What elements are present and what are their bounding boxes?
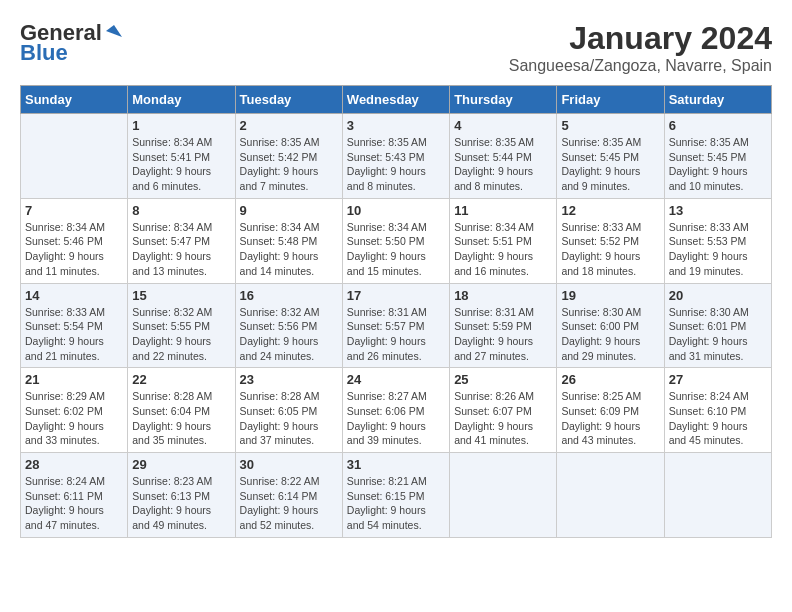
cell-content: Sunrise: 8:34 AM Sunset: 5:48 PM Dayligh… <box>240 220 338 279</box>
calendar-cell <box>450 453 557 538</box>
day-number: 8 <box>132 203 230 218</box>
calendar-cell: 3Sunrise: 8:35 AM Sunset: 5:43 PM Daylig… <box>342 114 449 199</box>
day-number: 11 <box>454 203 552 218</box>
cell-content: Sunrise: 8:25 AM Sunset: 6:09 PM Dayligh… <box>561 389 659 448</box>
calendar-cell <box>557 453 664 538</box>
day-number: 2 <box>240 118 338 133</box>
calendar-cell: 31Sunrise: 8:21 AM Sunset: 6:15 PM Dayli… <box>342 453 449 538</box>
cell-content: Sunrise: 8:35 AM Sunset: 5:44 PM Dayligh… <box>454 135 552 194</box>
day-number: 23 <box>240 372 338 387</box>
calendar-cell: 23Sunrise: 8:28 AM Sunset: 6:05 PM Dayli… <box>235 368 342 453</box>
day-number: 5 <box>561 118 659 133</box>
day-number: 15 <box>132 288 230 303</box>
location-title: Sangueesa/Zangoza, Navarre, Spain <box>509 57 772 75</box>
cell-content: Sunrise: 8:30 AM Sunset: 6:01 PM Dayligh… <box>669 305 767 364</box>
day-number: 7 <box>25 203 123 218</box>
day-number: 29 <box>132 457 230 472</box>
day-number: 27 <box>669 372 767 387</box>
calendar-cell: 20Sunrise: 8:30 AM Sunset: 6:01 PM Dayli… <box>664 283 771 368</box>
calendar-cell <box>664 453 771 538</box>
cell-content: Sunrise: 8:32 AM Sunset: 5:56 PM Dayligh… <box>240 305 338 364</box>
cell-content: Sunrise: 8:35 AM Sunset: 5:42 PM Dayligh… <box>240 135 338 194</box>
logo-blue-text: Blue <box>20 40 68 66</box>
week-row-4: 21Sunrise: 8:29 AM Sunset: 6:02 PM Dayli… <box>21 368 772 453</box>
calendar-cell: 27Sunrise: 8:24 AM Sunset: 6:10 PM Dayli… <box>664 368 771 453</box>
cell-content: Sunrise: 8:33 AM Sunset: 5:52 PM Dayligh… <box>561 220 659 279</box>
day-number: 26 <box>561 372 659 387</box>
calendar-cell: 26Sunrise: 8:25 AM Sunset: 6:09 PM Dayli… <box>557 368 664 453</box>
cell-content: Sunrise: 8:34 AM Sunset: 5:51 PM Dayligh… <box>454 220 552 279</box>
day-number: 12 <box>561 203 659 218</box>
header-monday: Monday <box>128 86 235 114</box>
cell-content: Sunrise: 8:34 AM Sunset: 5:41 PM Dayligh… <box>132 135 230 194</box>
cell-content: Sunrise: 8:28 AM Sunset: 6:05 PM Dayligh… <box>240 389 338 448</box>
calendar-cell: 16Sunrise: 8:32 AM Sunset: 5:56 PM Dayli… <box>235 283 342 368</box>
day-number: 18 <box>454 288 552 303</box>
header-thursday: Thursday <box>450 86 557 114</box>
header-sunday: Sunday <box>21 86 128 114</box>
cell-content: Sunrise: 8:30 AM Sunset: 6:00 PM Dayligh… <box>561 305 659 364</box>
day-number: 28 <box>25 457 123 472</box>
day-number: 9 <box>240 203 338 218</box>
calendar-cell: 13Sunrise: 8:33 AM Sunset: 5:53 PM Dayli… <box>664 198 771 283</box>
cell-content: Sunrise: 8:35 AM Sunset: 5:45 PM Dayligh… <box>561 135 659 194</box>
calendar-table: SundayMondayTuesdayWednesdayThursdayFrid… <box>20 85 772 538</box>
day-number: 17 <box>347 288 445 303</box>
day-number: 6 <box>669 118 767 133</box>
week-row-3: 14Sunrise: 8:33 AM Sunset: 5:54 PM Dayli… <box>21 283 772 368</box>
day-number: 31 <box>347 457 445 472</box>
calendar-cell: 18Sunrise: 8:31 AM Sunset: 5:59 PM Dayli… <box>450 283 557 368</box>
day-number: 25 <box>454 372 552 387</box>
cell-content: Sunrise: 8:29 AM Sunset: 6:02 PM Dayligh… <box>25 389 123 448</box>
calendar-cell: 19Sunrise: 8:30 AM Sunset: 6:00 PM Dayli… <box>557 283 664 368</box>
calendar-cell: 21Sunrise: 8:29 AM Sunset: 6:02 PM Dayli… <box>21 368 128 453</box>
day-number: 1 <box>132 118 230 133</box>
calendar-cell: 14Sunrise: 8:33 AM Sunset: 5:54 PM Dayli… <box>21 283 128 368</box>
header-friday: Friday <box>557 86 664 114</box>
day-number: 10 <box>347 203 445 218</box>
day-number: 21 <box>25 372 123 387</box>
calendar-cell: 9Sunrise: 8:34 AM Sunset: 5:48 PM Daylig… <box>235 198 342 283</box>
calendar-cell: 2Sunrise: 8:35 AM Sunset: 5:42 PM Daylig… <box>235 114 342 199</box>
calendar-cell: 30Sunrise: 8:22 AM Sunset: 6:14 PM Dayli… <box>235 453 342 538</box>
day-number: 13 <box>669 203 767 218</box>
calendar-cell: 22Sunrise: 8:28 AM Sunset: 6:04 PM Dayli… <box>128 368 235 453</box>
calendar-cell: 8Sunrise: 8:34 AM Sunset: 5:47 PM Daylig… <box>128 198 235 283</box>
cell-content: Sunrise: 8:27 AM Sunset: 6:06 PM Dayligh… <box>347 389 445 448</box>
day-number: 14 <box>25 288 123 303</box>
cell-content: Sunrise: 8:32 AM Sunset: 5:55 PM Dayligh… <box>132 305 230 364</box>
day-number: 19 <box>561 288 659 303</box>
cell-content: Sunrise: 8:34 AM Sunset: 5:47 PM Dayligh… <box>132 220 230 279</box>
calendar-cell: 4Sunrise: 8:35 AM Sunset: 5:44 PM Daylig… <box>450 114 557 199</box>
header-saturday: Saturday <box>664 86 771 114</box>
calendar-cell: 28Sunrise: 8:24 AM Sunset: 6:11 PM Dayli… <box>21 453 128 538</box>
svg-marker-0 <box>106 25 122 37</box>
cell-content: Sunrise: 8:34 AM Sunset: 5:46 PM Dayligh… <box>25 220 123 279</box>
calendar-cell: 12Sunrise: 8:33 AM Sunset: 5:52 PM Dayli… <box>557 198 664 283</box>
header-tuesday: Tuesday <box>235 86 342 114</box>
cell-content: Sunrise: 8:22 AM Sunset: 6:14 PM Dayligh… <box>240 474 338 533</box>
title-area: January 2024 Sangueesa/Zangoza, Navarre,… <box>509 20 772 75</box>
day-number: 4 <box>454 118 552 133</box>
week-row-2: 7Sunrise: 8:34 AM Sunset: 5:46 PM Daylig… <box>21 198 772 283</box>
calendar-cell: 7Sunrise: 8:34 AM Sunset: 5:46 PM Daylig… <box>21 198 128 283</box>
day-number: 3 <box>347 118 445 133</box>
calendar-cell: 25Sunrise: 8:26 AM Sunset: 6:07 PM Dayli… <box>450 368 557 453</box>
cell-content: Sunrise: 8:23 AM Sunset: 6:13 PM Dayligh… <box>132 474 230 533</box>
cell-content: Sunrise: 8:35 AM Sunset: 5:43 PM Dayligh… <box>347 135 445 194</box>
cell-content: Sunrise: 8:34 AM Sunset: 5:50 PM Dayligh… <box>347 220 445 279</box>
calendar-cell: 24Sunrise: 8:27 AM Sunset: 6:06 PM Dayli… <box>342 368 449 453</box>
calendar-cell: 15Sunrise: 8:32 AM Sunset: 5:55 PM Dayli… <box>128 283 235 368</box>
cell-content: Sunrise: 8:28 AM Sunset: 6:04 PM Dayligh… <box>132 389 230 448</box>
week-row-5: 28Sunrise: 8:24 AM Sunset: 6:11 PM Dayli… <box>21 453 772 538</box>
cell-content: Sunrise: 8:31 AM Sunset: 5:57 PM Dayligh… <box>347 305 445 364</box>
cell-content: Sunrise: 8:21 AM Sunset: 6:15 PM Dayligh… <box>347 474 445 533</box>
cell-content: Sunrise: 8:35 AM Sunset: 5:45 PM Dayligh… <box>669 135 767 194</box>
day-number: 20 <box>669 288 767 303</box>
logo-bird-icon <box>104 23 124 43</box>
calendar-cell: 17Sunrise: 8:31 AM Sunset: 5:57 PM Dayli… <box>342 283 449 368</box>
calendar-cell: 5Sunrise: 8:35 AM Sunset: 5:45 PM Daylig… <box>557 114 664 199</box>
month-title: January 2024 <box>509 20 772 57</box>
cell-content: Sunrise: 8:26 AM Sunset: 6:07 PM Dayligh… <box>454 389 552 448</box>
cell-content: Sunrise: 8:33 AM Sunset: 5:53 PM Dayligh… <box>669 220 767 279</box>
